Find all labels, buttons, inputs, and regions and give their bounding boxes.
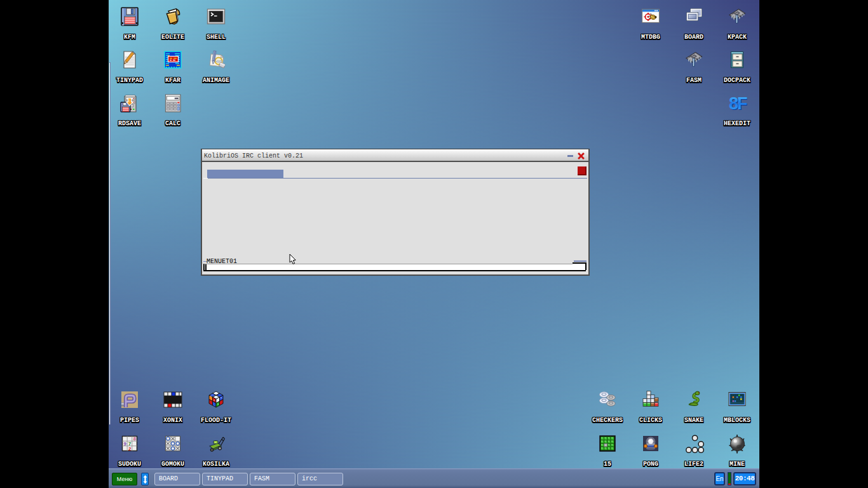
svg-text:8F: 8F	[729, 94, 747, 113]
svg-text:8: 8	[133, 436, 137, 442]
svg-text:2: 2	[128, 446, 132, 452]
svg-text:9: 9	[123, 441, 126, 447]
